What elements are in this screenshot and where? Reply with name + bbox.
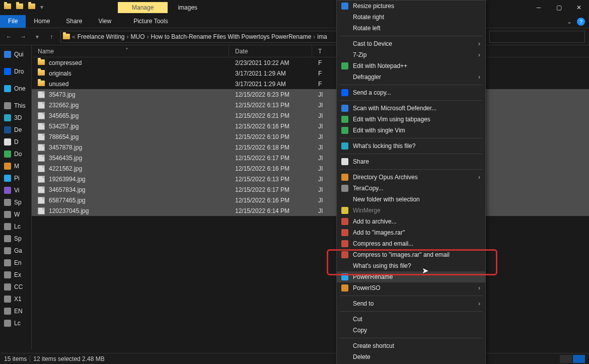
nav-pane[interactable]: QuiDroOneThis3DDeDDoMPiViSpWLcSpGaEnExCC… — [0, 45, 32, 350]
context-menu-item[interactable]: Copy — [337, 325, 485, 336]
context-menu-item[interactable]: Edit with Vim using tabpages — [337, 114, 485, 125]
table-row[interactable]: compressed2/23/2021 10:22 AMF — [32, 57, 589, 68]
breadcrumb[interactable]: MUO — [131, 33, 145, 40]
table-row[interactable]: originals3/17/2021 1:29 AMF — [32, 68, 589, 79]
sidebar-item[interactable]: W — [1, 208, 31, 221]
context-menu-item[interactable]: Edit with single Vim — [337, 125, 485, 136]
table-row[interactable]: 65877465.jpg12/15/2022 6:16 PMJI — [32, 195, 589, 205]
context-menu-item[interactable]: Directory Opus Archives› — [337, 172, 485, 183]
sidebar-item[interactable]: X1 — [1, 293, 31, 305]
column-date[interactable]: Date — [229, 45, 312, 57]
menu-item-label: PowerISO — [353, 284, 381, 292]
context-menu-item[interactable]: Scan with Microsoft Defender... — [337, 103, 485, 114]
tab-share[interactable]: Share — [58, 15, 90, 28]
context-menu-item[interactable]: What's locking this file? — [337, 140, 485, 152]
breadcrumb[interactable]: ima — [317, 33, 327, 40]
minimize-button[interactable]: ─ — [529, 1, 549, 15]
folder-icon[interactable] — [16, 4, 24, 12]
context-menu-item[interactable]: Cut — [337, 314, 485, 325]
context-menu-item[interactable]: New folder with selection — [337, 194, 485, 205]
breadcrumb[interactable]: How to Batch-Rename Files With Powertoys… — [151, 33, 312, 40]
sidebar-item[interactable]: EN — [1, 305, 31, 317]
sidebar-item[interactable]: En — [1, 257, 31, 269]
table-row[interactable]: 3546435.jpg12/15/2022 6:17 PMJI — [32, 153, 589, 163]
back-button[interactable]: ← — [4, 32, 14, 42]
table-row[interactable]: 4221562.jpg12/15/2022 6:16 PMJI — [32, 163, 589, 174]
context-menu-item[interactable]: Defraggler› — [337, 71, 485, 83]
context-menu-item[interactable]: Compress to "images.rar" and email — [337, 249, 485, 260]
folder-icon[interactable] — [4, 4, 12, 12]
table-row[interactable]: 19263994.jpg12/15/2022 6:13 PMJI — [32, 174, 589, 184]
search-input[interactable] — [489, 31, 585, 43]
sidebar-item[interactable]: D — [1, 136, 31, 148]
music-icon — [4, 163, 11, 170]
tab-file[interactable]: File — [0, 15, 26, 28]
context-menu-item[interactable]: Delete — [337, 351, 485, 362]
sidebar-item[interactable]: One — [1, 83, 31, 95]
context-menu-item[interactable]: Rotate left — [337, 23, 485, 34]
recent-dropdown-icon[interactable]: ▾ — [32, 32, 42, 42]
close-button[interactable]: ✕ — [569, 1, 589, 15]
context-menu-item[interactable]: PowerISO› — [337, 282, 485, 294]
sidebar-item[interactable]: Vi — [1, 184, 31, 196]
column-name[interactable]: Name ˄ — [32, 45, 229, 57]
folder-icon[interactable] — [28, 4, 36, 12]
table-row[interactable]: 120237045.jpg12/15/2022 6:14 PMJI — [32, 205, 589, 216]
context-menu-item[interactable]: Add to "images.rar" — [337, 227, 485, 238]
context-menu-item[interactable]: Share — [337, 156, 485, 167]
context-menu-item[interactable]: Send a copy... — [337, 87, 485, 98]
sidebar-item[interactable]: Ex — [1, 269, 31, 281]
context-menu-item[interactable]: Create shortcut — [337, 340, 485, 351]
context-menu-item[interactable]: 7-Zip› — [337, 49, 485, 60]
context-menu-item[interactable]: Cast to Device› — [337, 38, 485, 49]
sidebar-item[interactable]: Do — [1, 148, 31, 160]
context-menu-item[interactable]: Resize pictures — [337, 1, 485, 12]
sidebar-item[interactable]: This — [1, 100, 31, 112]
table-row[interactable]: 345665.jpg12/15/2022 6:21 PMJI — [32, 110, 589, 121]
tab-picture-tools[interactable]: Picture Tools — [125, 15, 176, 28]
context-menu-item[interactable]: Compress and email... — [337, 238, 485, 249]
sidebar-item[interactable]: Sp — [1, 233, 31, 245]
table-row[interactable]: 35473.jpg12/15/2022 6:23 PMJI — [32, 89, 589, 100]
contextual-tab-manage[interactable]: Manage — [118, 2, 168, 13]
table-row[interactable]: 3457878.jpg12/15/2022 6:18 PMJI — [32, 142, 589, 153]
sidebar-item[interactable]: Lc — [1, 221, 31, 233]
context-menu-item[interactable]: Add to archive... — [337, 216, 485, 227]
sidebar-item[interactable]: Sp — [1, 196, 31, 208]
context-menu-item[interactable]: Send to› — [337, 298, 485, 309]
table-row[interactable]: 34657834.jpg12/15/2022 6:17 PMJI — [32, 184, 589, 195]
context-menu-item[interactable]: PowerRename — [337, 271, 485, 282]
maximize-button[interactable]: ▢ — [549, 1, 569, 15]
column-type[interactable]: T — [312, 45, 337, 57]
context-menu-item[interactable]: TeraCopy... — [337, 183, 485, 194]
sidebar-item[interactable]: Pi — [1, 172, 31, 184]
table-row[interactable]: 788654.jpg12/15/2022 6:10 PMJI — [32, 131, 589, 142]
sidebar-item[interactable]: De — [1, 124, 31, 136]
thumbnails-view-button[interactable] — [573, 355, 585, 363]
sidebar-item[interactable]: Dro — [1, 65, 31, 78]
help-icon[interactable]: ? — [577, 18, 585, 26]
sidebar-item[interactable]: 3D — [1, 112, 31, 124]
breadcrumb[interactable]: Freelance Writing — [78, 33, 125, 40]
forward-button[interactable]: → — [18, 32, 28, 42]
context-menu-item[interactable]: Edit with Notepad++ — [337, 60, 485, 71]
tab-home[interactable]: Home — [26, 15, 58, 28]
table-row[interactable]: unused3/17/2021 1:29 AMF — [32, 79, 589, 89]
details-view-button[interactable] — [560, 355, 572, 363]
qat-overflow-icon[interactable]: ▾ — [40, 4, 48, 12]
tab-view[interactable]: View — [90, 15, 119, 28]
sidebar-item[interactable]: M — [1, 160, 31, 172]
context-menu-item[interactable]: What's using this file? — [337, 260, 485, 271]
table-row[interactable]: 534257.jpg12/15/2022 6:16 PMJI — [32, 121, 589, 131]
sidebar-item[interactable]: Lc — [1, 317, 31, 329]
drive-icon — [4, 235, 11, 242]
table-row[interactable]: 232662.jpg12/15/2022 6:13 PMJI — [32, 100, 589, 110]
sidebar-item[interactable]: CC — [1, 281, 31, 293]
sidebar-item[interactable]: Ga — [1, 245, 31, 257]
ribbon-collapse-icon[interactable]: ⌄ — [567, 18, 572, 25]
sidebar-item[interactable]: Qui — [1, 48, 31, 60]
chevron-left-icon[interactable]: « — [72, 33, 76, 40]
context-menu-item[interactable]: Rotate right — [337, 12, 485, 23]
file-date: 12/15/2022 6:23 PM — [229, 91, 312, 98]
up-button[interactable]: ↑ — [46, 32, 56, 42]
